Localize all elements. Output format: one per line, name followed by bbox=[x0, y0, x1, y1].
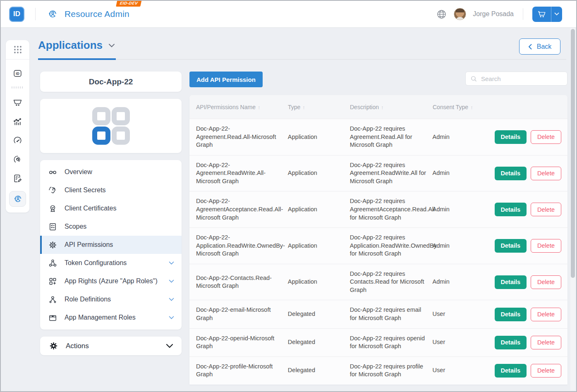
column-header-type[interactable]: Type↑ bbox=[288, 104, 350, 110]
delete-button[interactable]: Delete bbox=[531, 275, 561, 289]
delete-button[interactable]: Delete bbox=[531, 167, 561, 180]
delete-button[interactable]: Delete bbox=[531, 130, 561, 144]
details-button[interactable]: Details bbox=[495, 275, 527, 289]
delete-button[interactable]: Delete bbox=[531, 239, 561, 253]
search-icon bbox=[470, 75, 477, 82]
app-logo[interactable]: ID bbox=[9, 7, 24, 22]
cart-split-button[interactable] bbox=[532, 7, 562, 22]
cart-icon[interactable] bbox=[532, 7, 551, 22]
globe-icon[interactable] bbox=[436, 9, 447, 20]
permission-type: Application bbox=[288, 206, 350, 214]
menu-item-client-certificates[interactable]: Client Certificates bbox=[40, 199, 182, 218]
delete-button[interactable]: Delete bbox=[531, 203, 561, 216]
page-title-dropdown[interactable]: Applications bbox=[38, 39, 566, 52]
permission-name: Doc-App-22-openid-Microsoft Graph bbox=[189, 335, 288, 351]
consent-type: User bbox=[433, 366, 495, 375]
row-actions: Details Delete bbox=[495, 167, 567, 180]
menu-item-role-definitions[interactable]: Role Definitions bbox=[40, 290, 182, 308]
details-button[interactable]: Details bbox=[495, 239, 527, 253]
delete-button[interactable]: Delete bbox=[531, 336, 561, 349]
brand: Resource Admin EID-DEV bbox=[47, 9, 129, 19]
menu-item-app-management-roles[interactable]: App Management Roles bbox=[40, 308, 182, 327]
apps-grid-icon[interactable] bbox=[6, 40, 29, 60]
permission-description: Doc-App-22 requires Agreement.Read.All f… bbox=[350, 125, 433, 149]
permission-type: Delegated bbox=[288, 338, 350, 347]
column-header-description[interactable]: Description↑ bbox=[350, 104, 433, 110]
task-edit-icon[interactable] bbox=[12, 173, 23, 184]
application-panel: Doc-App-22 Overview bbox=[40, 72, 182, 362]
dashes-indicator bbox=[12, 86, 24, 88]
search-input[interactable] bbox=[481, 75, 563, 82]
header-divider bbox=[35, 8, 36, 20]
archive-box-icon bbox=[48, 313, 57, 323]
menu-item-overview[interactable]: Overview bbox=[40, 163, 182, 181]
consent-type: Admin bbox=[433, 206, 495, 214]
top-header: ID Resource Admin EID-DEV bbox=[1, 1, 576, 28]
table-header: API/Permissions Name↑ Type↑ Description↑… bbox=[189, 95, 567, 119]
fingerprint-icon[interactable] bbox=[12, 154, 23, 165]
permission-name: Doc-App-22-email-Microsoft Graph bbox=[189, 306, 288, 322]
cart-dropdown-chevron-icon[interactable] bbox=[551, 7, 562, 22]
permission-name: Doc-App-22-Application.ReadWrite.OwnedBy… bbox=[189, 234, 288, 258]
permission-name: Doc-App-22-Agreement.Read.All-Microsoft … bbox=[189, 125, 288, 149]
permission-name: Doc-App-22-Agreement.ReadWrite.All-Micro… bbox=[189, 161, 288, 186]
delete-button[interactable]: Delete bbox=[531, 308, 561, 321]
consent-type: User bbox=[433, 338, 495, 347]
hierarchy-icon bbox=[48, 258, 57, 268]
table-body: Doc-App-22-Agreement.Read.All-Microsoft … bbox=[189, 119, 567, 385]
delete-button[interactable]: Delete bbox=[531, 364, 561, 378]
vertical-scrollbar[interactable] bbox=[570, 28, 575, 390]
application-menu: Overview Client Secrets bbox=[40, 160, 182, 330]
table-row: Doc-App-22-email-Microsoft Graph Delegat… bbox=[189, 300, 567, 328]
column-header-consent-type[interactable]: Consent Type↑ bbox=[433, 104, 495, 110]
header-actions: Jorge Posada bbox=[436, 7, 562, 22]
menu-item-api-permissions[interactable]: API Permissions bbox=[40, 236, 182, 254]
details-button[interactable]: Details bbox=[495, 203, 527, 216]
permission-type: Application bbox=[288, 169, 350, 177]
cart-icon[interactable] bbox=[12, 97, 23, 108]
row-actions: Details Delete bbox=[495, 364, 567, 378]
document-list-icon bbox=[48, 222, 57, 232]
sort-asc-icon[interactable]: ↑ bbox=[381, 104, 384, 110]
sort-asc-icon[interactable]: ↑ bbox=[258, 104, 261, 110]
chevron-down-icon bbox=[169, 316, 174, 319]
analytics-icon[interactable] bbox=[12, 116, 23, 127]
row-actions: Details Delete bbox=[495, 308, 567, 321]
resource-admin-screen: ID Resource Admin EID-DEV bbox=[0, 0, 577, 392]
back-button[interactable]: Back bbox=[519, 38, 560, 55]
gauge-icon[interactable] bbox=[12, 135, 23, 146]
active-tab-underline bbox=[38, 58, 116, 60]
sort-asc-icon[interactable]: ↑ bbox=[302, 104, 305, 110]
details-button[interactable]: Details bbox=[495, 167, 527, 180]
table-row: Doc-App-22-Agreement.Read.All-Microsoft … bbox=[189, 119, 567, 155]
permissions-toolbar: Add API Permission bbox=[189, 72, 567, 87]
details-button[interactable]: Details bbox=[495, 130, 527, 144]
details-button[interactable]: Details bbox=[495, 336, 527, 349]
permission-name: Doc-App-22-Contacts.Read-Microsoft Graph bbox=[189, 274, 288, 290]
column-header-name[interactable]: API/Permissions Name↑ bbox=[189, 104, 288, 110]
permission-description: Doc-App-22 requires profile for Microsof… bbox=[350, 363, 433, 379]
permission-type: Application bbox=[288, 278, 350, 286]
menu-item-scopes[interactable]: Scopes bbox=[40, 218, 182, 236]
add-api-permission-button[interactable]: Add API Permission bbox=[189, 72, 263, 87]
menu-item-app-rights[interactable]: App Rights (Azure "App Roles") bbox=[40, 272, 182, 290]
permission-type: Delegated bbox=[288, 366, 350, 375]
details-button[interactable]: Details bbox=[495, 308, 527, 321]
user-avatar[interactable] bbox=[454, 8, 466, 20]
consent-type: Admin bbox=[433, 169, 495, 177]
chevron-down-icon bbox=[166, 344, 173, 348]
table-row: Doc-App-22-AgreementAcceptance.Read.All-… bbox=[189, 191, 567, 227]
permission-description: Doc-App-22 requires AgreementAcceptance.… bbox=[350, 197, 433, 222]
chevron-left-icon bbox=[528, 44, 532, 50]
details-button[interactable]: Details bbox=[495, 364, 527, 378]
user-sync-icon-selected[interactable] bbox=[9, 191, 26, 207]
id-badge-icon[interactable]: ID bbox=[12, 68, 23, 79]
scrollbar-thumb[interactable] bbox=[571, 29, 575, 278]
menu-item-client-secrets[interactable]: Client Secrets bbox=[40, 181, 182, 199]
menu-item-token-configurations[interactable]: Token Configurations bbox=[40, 254, 182, 272]
sort-asc-icon[interactable]: ↑ bbox=[470, 104, 473, 110]
gear-solid-icon bbox=[48, 342, 58, 350]
actions-dropdown[interactable]: Actions bbox=[40, 337, 182, 355]
search-box[interactable] bbox=[465, 72, 567, 86]
chevron-down-icon bbox=[169, 261, 174, 265]
